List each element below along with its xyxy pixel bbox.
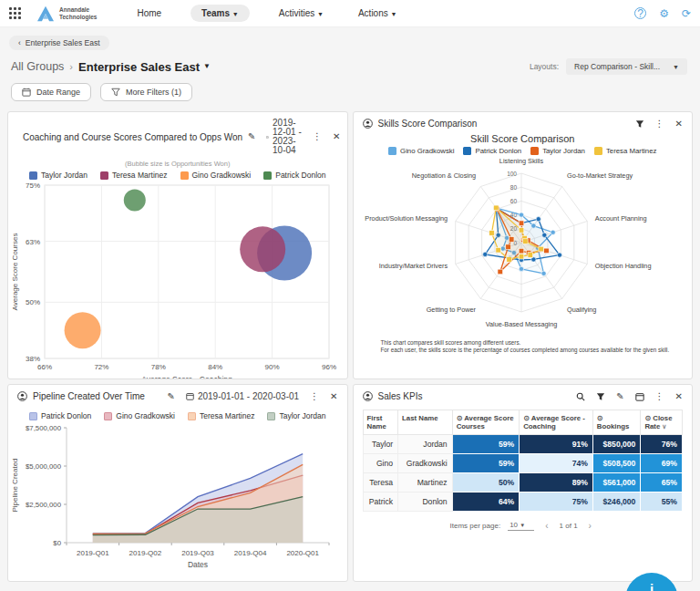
kpi-value-cell: 74%	[520, 454, 593, 473]
svg-text:90%: 90%	[265, 363, 280, 371]
kpi-value-cell: 89%	[520, 473, 593, 493]
items-per-page-select[interactable]: 10 ▼	[508, 521, 534, 531]
legend-item[interactable]: Teresa Martinez	[188, 411, 254, 420]
svg-text:38%: 38%	[26, 355, 40, 363]
chevron-down-icon: ▼	[391, 11, 397, 17]
search-icon[interactable]	[576, 392, 585, 401]
bubble-chart: 66%72%78%84%90%96%38%50%63%75%Average Sc…	[8, 180, 344, 379]
svg-text:2019-Q02: 2019-Q02	[129, 549, 162, 557]
legend-item[interactable]: Gino Gradkowski	[180, 171, 252, 180]
table-row[interactable]: GinoGradkowski59%74%$508,50069%	[363, 454, 683, 473]
legend-item[interactable]: Teresa Martinez	[594, 147, 656, 155]
bubble-teresa-martinez	[240, 226, 285, 272]
back-chip[interactable]: ‹ Enterprise Sales East	[9, 36, 109, 50]
next-page-button[interactable]: ›	[585, 521, 595, 531]
panel-date-range[interactable]: 2019-12-01 - 2023-10-04	[266, 119, 302, 155]
panel-header: Coaching and Course Scores Compared to O…	[8, 112, 347, 158]
apps-grid-icon[interactable]	[9, 7, 22, 20]
column-header[interactable]: Last Name	[398, 410, 453, 435]
column-header[interactable]: ⊙ Bookings	[592, 410, 641, 435]
legend-swatch-icon	[104, 412, 112, 420]
panel-date-range[interactable]: 2019-01-01 - 2020-03-01	[186, 392, 299, 401]
sort-caret-icon: ∨	[660, 423, 666, 430]
nav-item-home[interactable]: Home	[131, 5, 167, 21]
kebab-menu-icon[interactable]: ⋮	[655, 392, 664, 401]
panel-coaching-bubble: Coaching and Course Scores Compared to O…	[7, 111, 348, 379]
last-name-cell: Donlon	[398, 493, 453, 512]
legend-item[interactable]: Taylor Jordan	[267, 411, 325, 420]
kpi-value-cell: 69%	[641, 454, 683, 473]
column-header[interactable]: First Name	[363, 410, 398, 435]
legend-label: Taylor Jordan	[41, 171, 88, 180]
column-header[interactable]: ⊙ Close Rate ∨	[641, 410, 683, 435]
page-title[interactable]: Enterprise Sales East▼	[78, 60, 211, 74]
kpi-value-cell: $850,000	[592, 435, 641, 454]
filter-funnel-icon[interactable]	[596, 392, 605, 401]
nav-item-activities[interactable]: Activities ▼	[273, 5, 329, 21]
filter-funnel-icon[interactable]	[635, 119, 644, 129]
legend-item[interactable]: Teresa Martinez	[100, 171, 167, 180]
refresh-icon[interactable]: ⟳	[682, 7, 691, 20]
legend-swatch-icon	[100, 171, 108, 180]
legend-item[interactable]: Patrick Donlon	[29, 411, 91, 420]
help-icon[interactable]: ?	[634, 7, 646, 19]
table-row[interactable]: TeresaMartinez50%89%$561,00065%	[363, 473, 683, 493]
svg-text:66%: 66%	[37, 363, 52, 371]
table-row[interactable]: PatrickDonlon64%75%$246,00055%	[363, 493, 683, 512]
svg-text:$0: $0	[53, 539, 61, 547]
nav-item-teams[interactable]: Teams ▼	[190, 5, 250, 22]
date-range-button[interactable]: Date Range	[11, 83, 91, 101]
svg-text:Value-Based Messaging: Value-Based Messaging	[485, 320, 557, 328]
table-row[interactable]: TaylorJordan59%91%$850,00076%	[363, 435, 683, 454]
kpi-value-cell: 65%	[641, 473, 683, 493]
legend-item[interactable]: Patrick Donlon	[463, 147, 521, 155]
panel-sales-kpis: Sales KPIs ✎ ⋮ ✕ First NameLast Name⊙ Av…	[353, 384, 694, 582]
edit-pencil-icon[interactable]: ✎	[616, 392, 623, 401]
panel-skills-radar: Skills Score Comparison ⋮ ✕ Skill Score …	[353, 111, 694, 379]
kpi-table: First NameLast Name⊙ Average Score Cours…	[363, 410, 684, 512]
brand-logo[interactable]: Annandale Technologies	[36, 5, 97, 22]
svg-text:2019-Q01: 2019-Q01	[77, 549, 109, 557]
close-icon[interactable]: ✕	[333, 132, 340, 141]
svg-text:96%: 96%	[322, 363, 336, 371]
legend-item[interactable]: Taylor Jordan	[530, 147, 585, 155]
more-filters-button[interactable]: More Filters (1)	[100, 83, 192, 101]
close-icon[interactable]: ✕	[675, 392, 683, 401]
calendar-icon[interactable]	[635, 392, 644, 401]
legend-item[interactable]: Taylor Jordan	[29, 171, 88, 180]
prev-page-button[interactable]: ‹	[541, 521, 551, 531]
kebab-menu-icon[interactable]: ⋮	[655, 119, 664, 129]
close-icon[interactable]: ✕	[330, 392, 337, 401]
legend-item[interactable]: Patrick Donlon	[263, 171, 325, 180]
breadcrumb-parent[interactable]: All Groups	[11, 60, 64, 73]
svg-text:Account Planning: Account Planning	[594, 214, 646, 223]
bubble-gino-gradkowski	[65, 312, 101, 348]
kebab-menu-icon[interactable]: ⋮	[310, 392, 319, 401]
kpi-value-cell: 59%	[452, 454, 520, 473]
legend-swatch-icon	[188, 412, 196, 420]
bubble-subtitle: (Bubble size is Opportunities Won)	[8, 160, 347, 168]
svg-text:2019-Q04: 2019-Q04	[234, 549, 267, 557]
area-chart: $0$2,500,000$5,000,000$7,500,0002019-Q01…	[8, 420, 344, 574]
legend-item[interactable]: Gino Gradkowski	[388, 147, 454, 155]
nav-item-actions[interactable]: Actions ▼	[353, 5, 403, 21]
legend-swatch-icon	[530, 147, 539, 155]
column-header[interactable]: ⊙ Average Score Courses	[452, 410, 520, 435]
panel-header: Sales KPIs ✎ ⋮ ✕	[354, 385, 693, 404]
edit-pencil-icon[interactable]: ✎	[168, 392, 175, 401]
chevron-down-icon: ▼	[317, 11, 324, 17]
kebab-menu-icon[interactable]: ⋮	[313, 132, 322, 141]
bubble-legend: Taylor JordanTeresa MartinezGino Gradkow…	[8, 171, 347, 180]
brand-name: Annandale Technologies	[59, 6, 97, 20]
legend-label: Gino Gradkowski	[116, 411, 175, 420]
legend-swatch-icon	[267, 412, 275, 420]
layouts-select[interactable]: Rep Comparison - Skill... ▼	[566, 58, 687, 75]
gear-icon[interactable]: ⚙	[659, 7, 669, 20]
panel-pipeline-area: Pipeline Created Over Time ✎ 2019-01-01 …	[7, 384, 348, 582]
column-header[interactable]: ⊙ Average Score - Coaching	[520, 410, 593, 435]
radar-footnote: This chart compares skill scores among d…	[381, 339, 693, 354]
close-icon[interactable]: ✕	[675, 119, 683, 129]
legend-item[interactable]: Gino Gradkowski	[104, 411, 175, 420]
legend-swatch-icon	[180, 171, 189, 180]
edit-pencil-icon[interactable]: ✎	[248, 132, 255, 141]
